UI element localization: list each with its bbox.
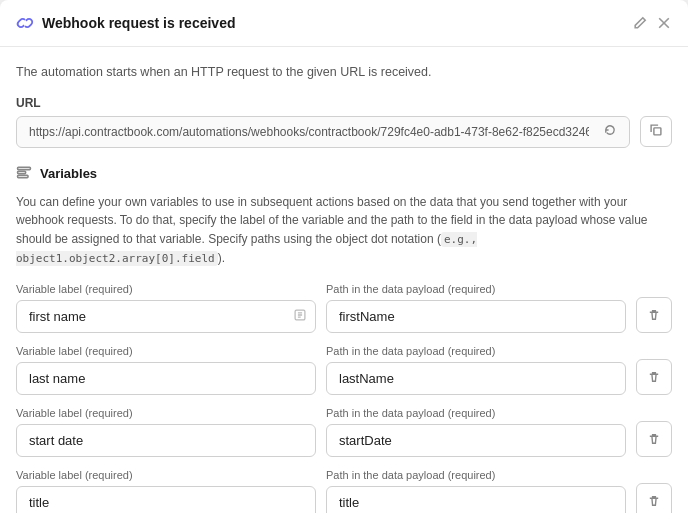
variable-label-input[interactable] — [25, 301, 293, 332]
delete-variable-button[interactable] — [636, 297, 672, 333]
copy-button[interactable] — [640, 116, 672, 147]
variable-path-input-wrapper — [326, 300, 626, 333]
variable-path-heading: Path in the data payload (required) — [326, 469, 626, 481]
variable-label-heading: Variable label (required) — [16, 469, 316, 481]
variable-path-input-wrapper — [326, 362, 626, 395]
variable-row: Variable label (required) Path in the da… — [16, 345, 672, 395]
svg-rect-2 — [18, 171, 26, 173]
variable-label-input-wrapper — [16, 362, 316, 395]
edit-icon[interactable] — [632, 15, 648, 31]
variable-path-input-wrapper — [326, 486, 626, 513]
variable-label-input[interactable] — [25, 425, 307, 456]
variable-label-heading: Variable label (required) — [16, 283, 316, 295]
variable-path-input[interactable] — [335, 425, 617, 456]
delete-variable-button[interactable] — [636, 421, 672, 457]
variable-path-input[interactable] — [335, 301, 617, 332]
variable-path-heading: Path in the data payload (required) — [326, 283, 626, 295]
variables-title: Variables — [40, 166, 97, 181]
variable-label-col: Variable label (required) — [16, 283, 316, 333]
variable-path-heading: Path in the data payload (required) — [326, 345, 626, 357]
variable-path-col: Path in the data payload (required) — [326, 469, 626, 513]
refresh-button[interactable] — [599, 119, 621, 144]
variable-label-col: Variable label (required) — [16, 407, 316, 457]
link-icon — [16, 14, 34, 32]
close-icon[interactable] — [656, 15, 672, 31]
variables-header: Variables — [16, 164, 672, 183]
variable-label-input-wrapper — [16, 424, 316, 457]
delete-variable-button[interactable] — [636, 359, 672, 395]
modal-header: Webhook request is received — [0, 0, 688, 47]
svg-rect-1 — [18, 167, 31, 169]
variable-label-input-wrapper — [16, 300, 316, 333]
variable-row: Variable label (required) Path in the da… — [16, 469, 672, 513]
variable-label-col: Variable label (required) — [16, 469, 316, 513]
variables-icon — [16, 164, 32, 183]
variable-path-col: Path in the data payload (required) — [326, 283, 626, 333]
variable-path-input[interactable] — [335, 363, 617, 394]
variable-label-input[interactable] — [25, 487, 307, 513]
variable-row: Variable label (required) Path in the da… — [16, 407, 672, 457]
variable-label-input[interactable] — [25, 363, 307, 394]
modal-body: The automation starts when an HTTP reque… — [0, 47, 688, 513]
variables-section: Variables You can define your own variab… — [16, 164, 672, 513]
input-icon — [293, 308, 307, 325]
variable-path-col: Path in the data payload (required) — [326, 407, 626, 457]
variable-label-col: Variable label (required) — [16, 345, 316, 395]
variable-path-heading: Path in the data payload (required) — [326, 407, 626, 419]
variable-path-input-wrapper — [326, 424, 626, 457]
variable-row: Variable label (required) Path in the da… — [16, 283, 672, 333]
variable-path-input[interactable] — [335, 487, 617, 513]
variable-rows-container: Variable label (required) Path in the da… — [16, 283, 672, 513]
svg-rect-0 — [654, 128, 661, 135]
modal-description: The automation starts when an HTTP reque… — [16, 63, 672, 82]
url-label: URL — [16, 96, 672, 110]
variables-description: You can define your own variables to use… — [16, 193, 672, 267]
webhook-modal: Webhook request is received The automati… — [0, 0, 688, 513]
variable-label-heading: Variable label (required) — [16, 407, 316, 419]
svg-rect-3 — [18, 175, 28, 177]
url-input[interactable] — [25, 117, 593, 147]
modal-title: Webhook request is received — [42, 15, 624, 31]
variable-label-heading: Variable label (required) — [16, 345, 316, 357]
variable-path-col: Path in the data payload (required) — [326, 345, 626, 395]
url-section: URL — [16, 96, 672, 148]
delete-variable-button[interactable] — [636, 483, 672, 513]
variable-label-input-wrapper — [16, 486, 316, 513]
